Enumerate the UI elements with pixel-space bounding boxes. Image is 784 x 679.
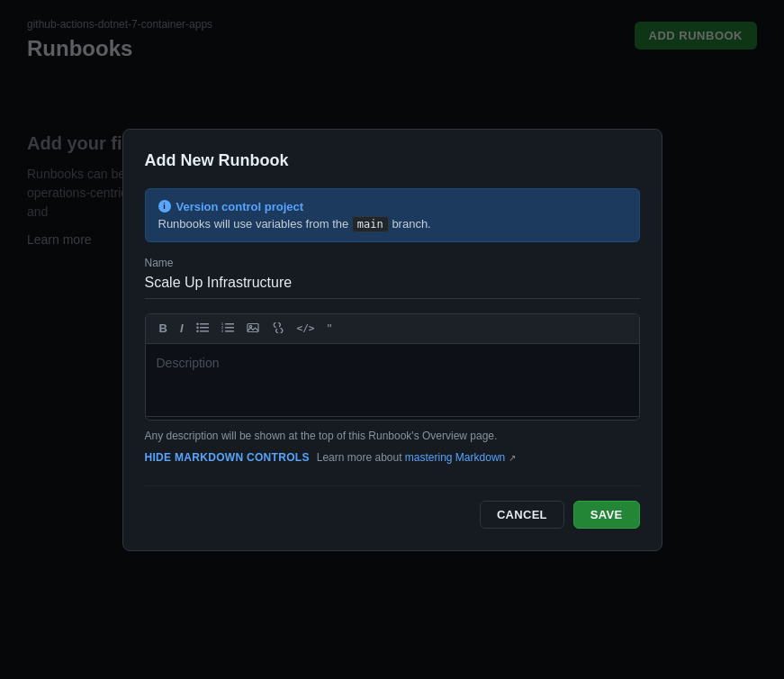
- italic-button[interactable]: I: [176, 320, 188, 337]
- svg-point-3: [196, 322, 199, 325]
- cancel-button[interactable]: CANCEL: [480, 501, 564, 529]
- info-icon: i: [158, 200, 171, 213]
- svg-rect-2: [200, 330, 209, 332]
- external-link-icon: ↗: [509, 453, 516, 463]
- image-button[interactable]: [242, 320, 264, 338]
- svg-rect-0: [200, 323, 209, 325]
- helper-text: Any description will be shown at the top…: [145, 430, 640, 442]
- bold-button[interactable]: B: [155, 320, 172, 337]
- svg-point-4: [196, 326, 199, 329]
- save-button[interactable]: SAVE: [573, 501, 640, 529]
- ordered-list-button[interactable]: 123: [217, 320, 239, 338]
- branch-badge: main: [352, 216, 389, 232]
- quote-button[interactable]: ": [322, 320, 336, 338]
- banner-text: Runbooks will use variables from the mai…: [158, 217, 626, 231]
- code-button[interactable]: </>: [293, 321, 320, 336]
- hide-markdown-link[interactable]: HIDE MARKDOWN CONTROLS: [145, 451, 310, 464]
- name-input[interactable]: Scale Up Infrastructure: [145, 275, 640, 299]
- modal-title: Add New Runbook: [145, 151, 640, 170]
- mastering-markdown-link[interactable]: mastering Markdown: [405, 451, 505, 464]
- svg-rect-6: [225, 323, 234, 325]
- markdown-links-row: HIDE MARKDOWN CONTROLS Learn more about …: [145, 451, 640, 464]
- editor-body[interactable]: Description: [146, 344, 639, 416]
- banner-title: i Version control project: [158, 200, 626, 213]
- svg-rect-8: [225, 330, 234, 332]
- link-button[interactable]: [267, 320, 289, 338]
- editor-placeholder: Description: [157, 356, 220, 370]
- svg-rect-1: [200, 327, 209, 329]
- learn-markdown-text: Learn more about mastering Markdown ↗: [317, 451, 516, 464]
- editor-toolbar: B I 123 </> ": [146, 314, 639, 344]
- svg-point-5: [196, 330, 199, 332]
- svg-rect-7: [225, 327, 234, 329]
- name-label: Name: [145, 257, 640, 269]
- modal-overlay: Add New Runbook i Version control projec…: [0, 0, 784, 679]
- add-runbook-modal: Add New Runbook i Version control projec…: [122, 129, 662, 551]
- description-editor: B I 123 </> " Description: [145, 313, 640, 421]
- version-control-banner: i Version control project Runbooks will …: [145, 188, 640, 242]
- svg-text:3: 3: [221, 330, 223, 333]
- unordered-list-button[interactable]: [192, 320, 213, 338]
- modal-footer: CANCEL SAVE: [145, 485, 640, 529]
- editor-footer: [146, 416, 639, 420]
